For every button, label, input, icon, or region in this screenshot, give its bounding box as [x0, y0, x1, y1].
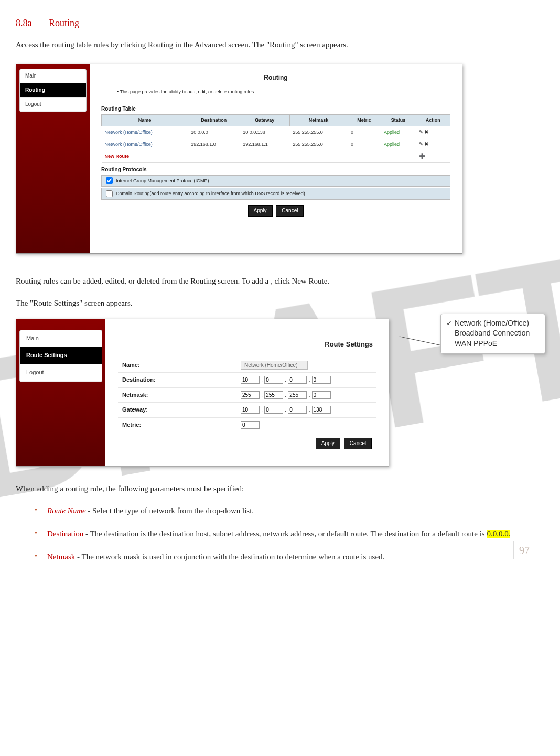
delete-icon[interactable]: ✖ [424, 129, 429, 135]
callout-option-2[interactable]: Broadband Connection [446, 328, 540, 339]
add-icon[interactable]: ➕ [419, 153, 426, 159]
route-settings-title: Route Settings [118, 339, 376, 350]
panel-note: This page provides the ability to add, e… [117, 88, 450, 95]
apply-button[interactable]: Apply [248, 205, 273, 217]
params-intro: When adding a routing rule, the followin… [16, 482, 544, 495]
section-number: 8.8a [16, 18, 32, 28]
name-label: Name: [118, 358, 236, 373]
list-item: Destination - The destination is the des… [35, 527, 544, 540]
routing-screenshot: Main Routing Logout Routing This page pr… [16, 64, 462, 254]
name-select[interactable]: Network (Home/Office) [241, 361, 308, 370]
col-status: Status [381, 115, 416, 126]
sidebar-item-route-settings[interactable]: Route Settings [20, 347, 102, 364]
cell-actions: ✎✖ [416, 138, 450, 150]
domain-routing-label: Domain Routing(add route entry according… [116, 190, 305, 197]
cancel-button[interactable]: Cancel [276, 205, 304, 217]
cancel-button[interactable]: Cancel [344, 438, 372, 449]
mid-paragraph-2: The "Route Settings" screen appears. [16, 297, 544, 309]
highlight-default-route: 0.0.0.0. [487, 530, 510, 538]
cell-name[interactable]: Network (Home/Office) [102, 138, 188, 150]
term-route-name: Route Name [47, 506, 86, 515]
page-number: 97 [513, 541, 533, 559]
panel-title: Routing [101, 73, 450, 83]
gw-octet-2[interactable] [264, 406, 283, 414]
callout-leader-line [400, 336, 440, 345]
desc-netmask: - The network mask is used in conjunctio… [75, 553, 384, 561]
cell-metric: 0 [348, 138, 381, 150]
routing-table-heading: Routing Table [101, 105, 450, 113]
sidebar: Main Route Settings Logout [16, 319, 105, 466]
proto-igmp-row: Internet Group Management Protocol(IGMP) [101, 175, 450, 187]
intro-paragraph: Access the routing table rules by clicki… [16, 38, 544, 51]
list-item: Route Name - Select the type of network … [35, 504, 544, 517]
protocols-heading: Routing Protocols [101, 166, 450, 174]
gw-octet-4[interactable] [312, 406, 331, 414]
gw-octet-1[interactable] [241, 406, 260, 414]
cell-gw: 192.168.1.1 [240, 138, 289, 150]
cell-name[interactable]: Network (Home/Office) [102, 126, 188, 138]
callout-option-3[interactable]: WAN PPPoE [446, 339, 540, 349]
delete-icon[interactable]: ✖ [424, 141, 429, 147]
proto-domain-row: Domain Routing(add route entry according… [101, 188, 450, 199]
gateway-label: Gateway: [118, 403, 236, 418]
term-destination: Destination [47, 530, 83, 538]
sidebar-item-logout[interactable]: Logout [20, 364, 102, 382]
cell-mask: 255.255.255.0 [289, 138, 348, 150]
mid-paragraph-1: Routing rules can be added, edited, or d… [16, 275, 544, 287]
gw-octet-3[interactable] [288, 406, 307, 414]
edit-icon[interactable]: ✎ [419, 141, 424, 147]
table-row-new: New Route ➕ [102, 150, 450, 162]
destination-label: Destination: [118, 373, 236, 388]
mask-octet-3[interactable] [288, 391, 307, 399]
igmp-checkbox[interactable] [106, 177, 113, 184]
cell-gw: 10.0.0.138 [240, 126, 289, 138]
col-metric: Metric [348, 115, 381, 126]
dest-octet-2[interactable] [264, 376, 283, 384]
list-item: Netmask - The network mask is used in co… [35, 550, 544, 563]
table-row: Network (Home/Office) 10.0.0.0 10.0.0.13… [102, 126, 450, 138]
dest-octet-4[interactable] [312, 376, 331, 384]
cell-metric: 0 [348, 126, 381, 138]
parameter-list: Route Name - Select the type of network … [16, 504, 544, 563]
metric-input[interactable] [241, 421, 260, 429]
desc-route-name: - Select the type of network from the dr… [86, 506, 254, 515]
netmask-label: Netmask: [118, 387, 236, 403]
sidebar-item-main[interactable]: Main [20, 69, 86, 83]
apply-button[interactable]: Apply [316, 438, 340, 449]
sidebar-item-logout[interactable]: Logout [20, 98, 86, 112]
route-settings-screenshot: Main Route Settings Logout Route Setting… [16, 319, 389, 467]
cell-dest: 10.0.0.0 [188, 126, 240, 138]
cell-status: Applied [381, 138, 416, 150]
mask-octet-1[interactable] [241, 391, 260, 399]
sidebar-item-routing[interactable]: Routing [20, 83, 86, 98]
domain-routing-checkbox[interactable] [106, 190, 113, 197]
route-settings-form: Name: Network (Home/Office) Destination:… [118, 358, 376, 433]
col-gateway: Gateway [240, 115, 289, 126]
term-netmask: Netmask [47, 553, 75, 561]
col-name: Name [102, 115, 188, 126]
mask-octet-2[interactable] [264, 391, 283, 399]
cell-mask: 255.255.255.0 [289, 126, 348, 138]
callout-option-selected[interactable]: Network (Home/Office) [446, 318, 540, 329]
section-title: Routing [49, 18, 79, 28]
igmp-label: Internet Group Management Protocol(IGMP) [116, 177, 209, 185]
cell-status: Applied [381, 126, 416, 138]
dropdown-callout: Network (Home/Office) Broadband Connecti… [440, 314, 545, 354]
routing-table: Name Destination Gateway Netmask Metric … [101, 114, 450, 162]
metric-label: Metric: [118, 417, 236, 432]
dest-octet-3[interactable] [288, 376, 307, 384]
mask-octet-4[interactable] [312, 391, 331, 399]
col-netmask: Netmask [289, 115, 348, 126]
cell-actions: ✎✖ [416, 126, 450, 138]
new-route-link[interactable]: New Route [102, 150, 188, 162]
edit-icon[interactable]: ✎ [419, 129, 424, 135]
sidebar: Main Routing Logout [16, 64, 90, 253]
section-heading: 8.8a Routing [16, 16, 544, 31]
cell-dest: 192.168.1.0 [188, 138, 240, 150]
table-row: Network (Home/Office) 192.168.1.0 192.16… [102, 138, 450, 150]
desc-destination-a: - The destination is the destination hos… [83, 530, 487, 538]
sidebar-item-main[interactable]: Main [20, 330, 102, 348]
col-destination: Destination [188, 115, 240, 126]
col-action: Action [416, 115, 450, 126]
dest-octet-1[interactable] [241, 376, 260, 384]
